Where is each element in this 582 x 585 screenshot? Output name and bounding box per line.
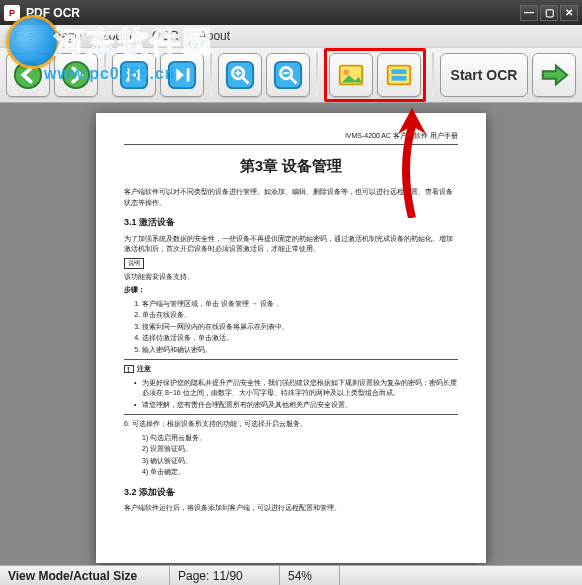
prev-page-button[interactable] bbox=[6, 53, 50, 97]
page-current: 11 bbox=[213, 569, 226, 583]
step-item: 客户端与管理区域，单击 设备管理 → 设备 。 bbox=[142, 299, 458, 310]
caution-item: 请您理解，您有责任合理配置所有的密码及其他相关产品安全设置。 bbox=[124, 400, 458, 411]
step-item: 搜索到同一网段内的在线设备将展示在列表中。 bbox=[142, 322, 458, 333]
last-page-button[interactable] bbox=[160, 53, 204, 97]
annotation-highlight bbox=[324, 48, 426, 102]
page-total: 90 bbox=[229, 569, 242, 583]
menu-zoom[interactable]: Zoom bbox=[91, 27, 142, 45]
open-image-button[interactable] bbox=[329, 53, 373, 97]
first-page-button[interactable] bbox=[112, 53, 156, 97]
document-page: iVMS-4200 AC 客户端软件 用户手册 第3章 设备管理 客户端软件可以… bbox=[96, 113, 486, 563]
maximize-button[interactable]: ▢ bbox=[540, 5, 558, 21]
svg-point-1 bbox=[63, 62, 89, 88]
caution-label: 注意 bbox=[137, 365, 151, 372]
section-3-1-note: 该功能需要设备支持。 bbox=[124, 272, 458, 283]
intro-text: 客户端软件可以对不同类型的设备进行管理。如添加、编辑、删除设备等，也可以进行远程… bbox=[124, 187, 458, 208]
toolbar-separator bbox=[210, 53, 212, 97]
step-item: 单击在线设备。 bbox=[142, 310, 458, 321]
go-button[interactable] bbox=[532, 53, 576, 97]
scanner-icon bbox=[384, 60, 414, 90]
svg-point-0 bbox=[15, 62, 41, 88]
optional-ops: 可选操作：根据设备所支持的功能，可选择开启云服务。 bbox=[132, 420, 307, 427]
zoom-indicator[interactable]: 54% bbox=[280, 566, 340, 585]
arrow-left-icon bbox=[13, 60, 43, 90]
menu-page[interactable]: Page bbox=[43, 27, 91, 45]
toolbar-separator bbox=[316, 53, 318, 97]
step-item: 输入密码和确认密码。 bbox=[142, 345, 458, 356]
note-badge: 说明 bbox=[124, 258, 144, 269]
zoom-in-icon bbox=[225, 60, 255, 90]
minimize-button[interactable]: — bbox=[520, 5, 538, 21]
steps-label: 步骤： bbox=[124, 285, 458, 296]
opt-item: 4) 单击确定。 bbox=[142, 467, 458, 478]
menu-bar: File Page Zoom OCR About bbox=[0, 25, 582, 47]
app-icon: P bbox=[4, 5, 20, 21]
svg-rect-3 bbox=[127, 68, 130, 81]
svg-rect-6 bbox=[227, 62, 253, 88]
toolbar-separator bbox=[104, 53, 106, 97]
window-title: PDF OCR bbox=[26, 6, 518, 20]
status-bar: View Mode/Actual Size Page: 11/90 54% bbox=[0, 565, 582, 585]
page-header: iVMS-4200 AC 客户端软件 用户手册 bbox=[124, 131, 458, 145]
step-item: 选择待激活设备，单击激活。 bbox=[142, 333, 458, 344]
options-list: 1) 勾选启用云服务。 2) 设置验证码。 3) 确认验证码。 4) 单击确定。 bbox=[124, 433, 458, 478]
view-mode-indicator[interactable]: View Mode/Actual Size bbox=[0, 566, 170, 585]
chapter-title: 第3章 设备管理 bbox=[124, 155, 458, 178]
section-3-1-title: 3.1 激活设备 bbox=[124, 216, 458, 230]
zoom-out-button[interactable] bbox=[266, 53, 310, 97]
toolbar-separator bbox=[432, 53, 434, 97]
arrow-go-icon bbox=[539, 60, 569, 90]
toolbar: Start OCR bbox=[0, 47, 582, 103]
section-3-1-p1: 为了加强系统及数据的安全性，一些设备不再提供固定的初始密码，通过激活机制完成设备… bbox=[124, 234, 458, 255]
svg-rect-11 bbox=[275, 62, 301, 88]
menu-file[interactable]: File bbox=[4, 27, 43, 45]
page-indicator[interactable]: Page: 11/90 bbox=[170, 566, 280, 585]
skip-first-icon bbox=[119, 60, 149, 90]
document-viewport[interactable]: iVMS-4200 AC 客户端软件 用户手册 第3章 设备管理 客户端软件可以… bbox=[0, 103, 582, 565]
zoom-out-icon bbox=[273, 60, 303, 90]
menu-ocr[interactable]: OCR bbox=[142, 27, 189, 45]
open-scanner-button[interactable] bbox=[377, 53, 421, 97]
title-bar: P PDF OCR — ▢ ✕ bbox=[0, 0, 582, 25]
picture-icon bbox=[336, 60, 366, 90]
svg-rect-19 bbox=[392, 76, 407, 81]
caution-icon bbox=[124, 365, 134, 373]
zoom-in-button[interactable] bbox=[218, 53, 262, 97]
svg-point-16 bbox=[344, 69, 350, 75]
steps-list: 客户端与管理区域，单击 设备管理 → 设备 。 单击在线设备。 搜索到同一网段内… bbox=[124, 299, 458, 356]
svg-rect-5 bbox=[187, 68, 190, 81]
arrow-right-icon bbox=[61, 60, 91, 90]
opt-item: 2) 设置验证码。 bbox=[142, 444, 458, 455]
svg-rect-18 bbox=[392, 69, 407, 74]
section-3-2-title: 3.2 添加设备 bbox=[124, 486, 458, 500]
skip-last-icon bbox=[167, 60, 197, 90]
section-3-2-p1: 客户端软件运行后，将设备添加到客户端，可以进行远程配置和管理。 bbox=[124, 503, 458, 514]
next-page-button[interactable] bbox=[54, 53, 98, 97]
start-ocr-button[interactable]: Start OCR bbox=[440, 53, 528, 97]
menu-about[interactable]: About bbox=[189, 27, 240, 45]
opt-item: 1) 勾选启用云服务。 bbox=[142, 433, 458, 444]
opt-item: 3) 确认验证码。 bbox=[142, 456, 458, 467]
caution-item: 为更好保护您的隐私并提升产品安全性，我们强烈建议您根据如下规则设置较为复杂的密码… bbox=[124, 378, 458, 399]
close-button[interactable]: ✕ bbox=[560, 5, 578, 21]
svg-rect-17 bbox=[388, 66, 411, 85]
